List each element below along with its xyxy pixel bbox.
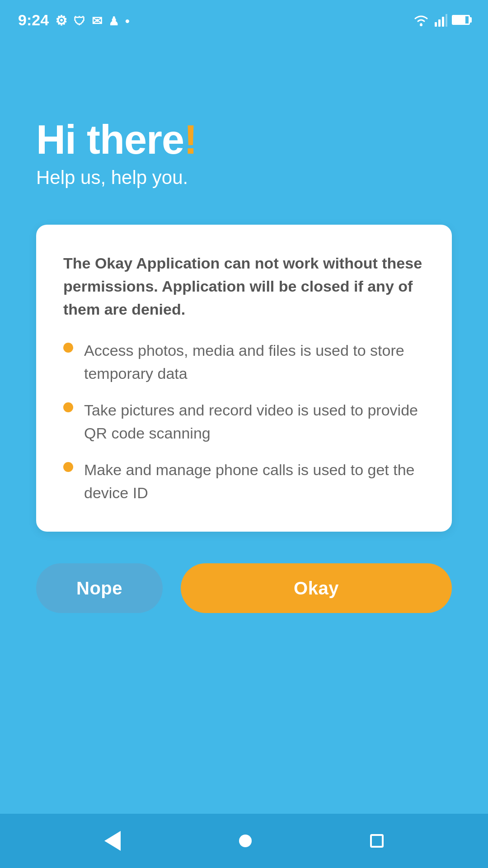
okay-button[interactable]: Okay <box>181 563 452 613</box>
svg-rect-2 <box>438 19 441 27</box>
battery-icon <box>452 15 470 25</box>
bullet-icon <box>63 402 73 412</box>
nav-back-button[interactable] <box>104 831 121 851</box>
time-display: 9:24 <box>18 11 49 29</box>
status-right <box>412 13 470 27</box>
svg-rect-4 <box>446 14 447 27</box>
permissions-card: The Okay Application can not work withou… <box>36 225 452 532</box>
home-icon <box>239 835 252 847</box>
person-icon <box>108 11 119 29</box>
card-title: The Okay Application can not work withou… <box>63 252 425 321</box>
svg-rect-3 <box>442 17 444 27</box>
list-item: Access photos, media and files is used t… <box>63 339 425 385</box>
svg-point-0 <box>420 24 422 26</box>
gear-icon <box>55 11 67 29</box>
main-heading: Hi there! <box>36 118 452 162</box>
recent-icon <box>370 834 384 848</box>
permission-text-1: Access photos, media and files is used t… <box>84 339 425 385</box>
permission-text-2: Take pictures and record video is used t… <box>84 399 425 445</box>
shield-icon <box>74 11 85 29</box>
heading: Hi there! Help us, help you. <box>36 118 452 216</box>
svg-rect-1 <box>435 22 437 27</box>
signal-icon <box>435 13 447 27</box>
bullet-icon <box>63 462 73 472</box>
nav-home-button[interactable] <box>239 835 252 847</box>
main-content: Hi there! Help us, help you. The Okay Ap… <box>0 36 488 814</box>
wifi-icon <box>412 13 430 27</box>
button-row: Nope Okay <box>36 563 452 613</box>
permission-list: Access photos, media and files is used t… <box>63 339 425 505</box>
bullet-icon <box>63 343 73 353</box>
bottom-navigation <box>0 814 488 868</box>
permission-text-3: Make and manage phone calls is used to g… <box>84 458 425 505</box>
nav-recent-button[interactable] <box>370 834 384 848</box>
nope-button[interactable]: Nope <box>36 563 163 613</box>
subheading-text: Help us, help you. <box>36 167 452 189</box>
mail-icon <box>92 11 102 29</box>
list-item: Take pictures and record video is used t… <box>63 399 425 445</box>
status-left: 9:24 <box>18 11 130 29</box>
list-item: Make and manage phone calls is used to g… <box>63 458 425 505</box>
back-icon <box>104 831 121 851</box>
dot-icon <box>125 11 130 29</box>
status-bar: 9:24 <box>0 0 488 36</box>
heading-exclamation: ! <box>184 117 197 162</box>
heading-text: Hi there <box>36 117 184 162</box>
